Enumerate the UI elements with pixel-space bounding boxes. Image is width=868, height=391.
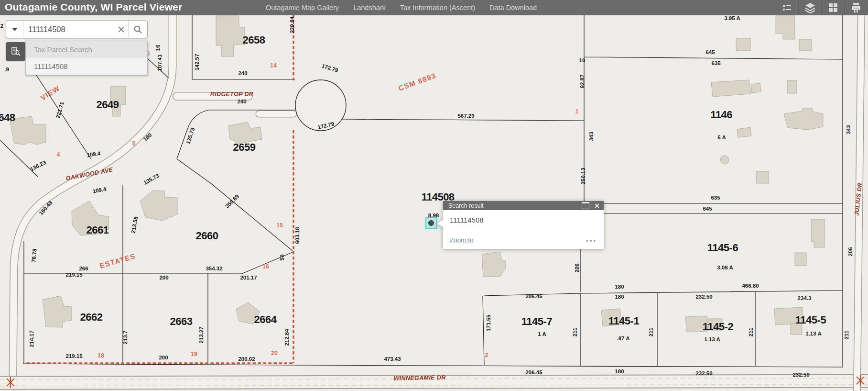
print-icon [850, 2, 862, 13]
close-icon [118, 26, 125, 33]
search-source-dropdown-button[interactable] [6, 21, 23, 38]
chevron-down-icon [12, 28, 18, 31]
search-result-popup: Search result ✕ 111114508 Zoom to ••• [443, 201, 604, 249]
page-title: Outagamie County, WI Parcel Viewer [5, 1, 182, 13]
popup-result-text: 111114508 [450, 216, 484, 224]
legend-button[interactable] [776, 0, 798, 15]
popup-tail [437, 220, 443, 227]
layers-button[interactable] [798, 0, 821, 15]
popup-more-button[interactable]: ••• [586, 237, 597, 245]
basemap-gallery-icon [828, 2, 838, 13]
clear-search-button[interactable] [114, 21, 128, 38]
close-icon[interactable]: ✕ [594, 202, 600, 209]
document-search-icon [10, 46, 22, 57]
basemap-gallery-button[interactable] [821, 0, 844, 15]
search-icon [133, 25, 142, 34]
suggestions-group-header: Tax Parcel Search [26, 41, 147, 58]
top-nav: Outagamie Map Gallery Landshark Tax Info… [266, 0, 537, 15]
layers-icon [804, 2, 816, 13]
zoom-to-link[interactable]: Zoom to [450, 236, 474, 244]
search-bar [6, 20, 148, 38]
popup-title: Search result [448, 202, 582, 209]
attribute-search-tool-button[interactable] [6, 42, 25, 61]
search-result-marker[interactable] [426, 217, 437, 229]
print-button[interactable] [844, 0, 867, 15]
search-button[interactable] [128, 21, 147, 38]
nav-link-map-gallery[interactable]: Outagamie Map Gallery [266, 4, 339, 11]
app-header: Outagamie County, WI Parcel Viewer Outag… [0, 0, 868, 15]
cul-de-sac-circle [295, 80, 346, 131]
maximize-icon[interactable] [582, 202, 589, 209]
search-suggestions: Tax Parcel Search 111114508 [25, 41, 148, 75]
header-tools [776, 0, 867, 15]
nav-link-tax-information[interactable]: Tax Information (Ascent) [400, 4, 475, 11]
search-input[interactable] [23, 25, 114, 34]
popup-header[interactable]: Search result ✕ [443, 201, 604, 210]
nav-link-landshark[interactable]: Landshark [353, 4, 386, 11]
parcel-viewer-app: 142.57240229.84107.4116240172.79172.7956… [0, 0, 868, 391]
suggestion-item[interactable]: 111114508 [26, 58, 147, 75]
popup-body: 111114508 Zoom to ••• [443, 210, 604, 249]
legend-icon [781, 2, 792, 13]
nav-link-data-download[interactable]: Data Download [489, 4, 537, 11]
